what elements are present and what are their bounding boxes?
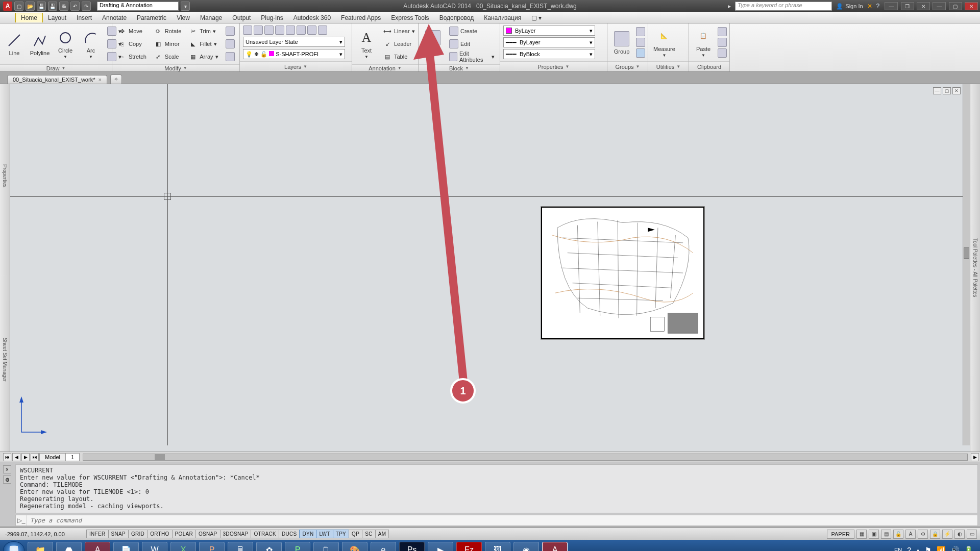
properties-palette-tab[interactable]: Properties — [0, 84, 10, 268]
toggle-am[interactable]: AM — [375, 530, 389, 538]
stretch-button[interactable]: ↔Stretch — [115, 51, 149, 62]
circle-button[interactable]: Circle▼ — [54, 28, 77, 60]
taskbar-filezilla[interactable]: Fz — [456, 542, 482, 551]
qat-dropdown-icon[interactable]: ▾ — [181, 2, 190, 11]
toggle-qp[interactable]: QP — [349, 530, 362, 538]
layer-freeze-icon[interactable] — [275, 26, 284, 35]
paper-space-canvas[interactable]: — ▢ ✕ — [10, 84, 970, 452]
layout-next-icon[interactable]: ▶ — [21, 453, 30, 461]
move-button[interactable]: ✥Move — [115, 26, 149, 37]
layout-prev-icon[interactable]: ◀ — [12, 453, 20, 461]
ribbon-collapse-button[interactable]: ▢ ▾ — [526, 13, 547, 22]
tab-home[interactable]: Home — [15, 13, 43, 22]
color-selector[interactable]: ByLayer▾ — [503, 26, 595, 36]
edit-attr-button[interactable]: Edit Attributes ▾ — [447, 51, 497, 62]
annotation-scale-icon[interactable]: 🔓 — [893, 530, 903, 539]
linetype-selector[interactable]: ━━━ByLayer▾ — [503, 37, 595, 47]
tab-parametric[interactable]: Parametric — [132, 13, 172, 22]
undo-icon[interactable]: ↶ — [70, 2, 80, 11]
tool-palettes-tab[interactable]: Tool Palettes - All Palettes — [970, 84, 980, 452]
layout-viewport[interactable] — [541, 207, 704, 339]
toggle-dyn[interactable]: DYN — [299, 530, 316, 538]
ungroup-icon[interactable] — [636, 27, 645, 36]
tab-view[interactable]: View — [172, 13, 195, 22]
taskbar-media[interactable]: ▶ — [428, 542, 453, 551]
layer-make-icon[interactable] — [307, 26, 316, 35]
toggle-3dosnap[interactable]: 3DOSNAP — [220, 530, 252, 538]
taskbar-word[interactable]: W — [142, 542, 167, 551]
layer-prop-icon[interactable] — [243, 26, 252, 35]
toggle-polar[interactable]: POLAR — [172, 530, 196, 538]
tab-kanalizaciya[interactable]: Канализация — [479, 13, 526, 22]
tray-volume-icon[interactable]: 🔊 — [950, 546, 959, 551]
redo-icon[interactable]: ↷ — [82, 2, 91, 11]
scale-button[interactable]: ⤢Scale — [152, 51, 183, 62]
copy-clip-icon[interactable] — [718, 38, 727, 47]
toggle-tpy[interactable]: TPY — [333, 530, 349, 538]
command-line[interactable]: ▷_ — [15, 515, 978, 526]
layer-states-icon[interactable] — [254, 26, 263, 35]
linear-dim-button[interactable]: ⟷Linear ▾ — [381, 26, 417, 37]
close-button[interactable]: ✕ — [965, 2, 978, 10]
plot-icon[interactable]: 🖶 — [59, 2, 68, 11]
tab-annotate[interactable]: Annotate — [97, 13, 132, 22]
exchange-icon[interactable]: ✕ — [867, 3, 872, 10]
tab-express-tools[interactable]: Express Tools — [386, 13, 434, 22]
group-button[interactable]: Group — [610, 29, 633, 56]
taskbar-calc[interactable]: 🖩 — [228, 542, 253, 551]
explode-button[interactable] — [224, 38, 237, 49]
match-prop-icon[interactable] — [718, 48, 727, 58]
help-search-input[interactable]: Type a keyword or phrase — [735, 2, 832, 11]
leader-button[interactable]: ↙Leader — [381, 38, 417, 49]
cut-icon[interactable] — [718, 27, 727, 36]
tab-insert[interactable]: Insert — [71, 13, 97, 22]
toggle-grid[interactable]: GRID — [128, 530, 148, 538]
toolbar-lock-icon[interactable]: 🔒 — [930, 530, 940, 539]
command-input[interactable] — [27, 517, 977, 524]
hardware-accel-icon[interactable]: ⚡ — [942, 530, 952, 539]
toggle-osnap[interactable]: OSNAP — [195, 530, 220, 538]
layer-lock-icon[interactable] — [297, 26, 306, 35]
tray-help-icon[interactable]: ? — [907, 546, 911, 551]
toggle-ducs[interactable]: DUCS — [279, 530, 300, 538]
tray-network-icon[interactable]: 📶 — [937, 546, 945, 551]
paste-button[interactable]: 📋Paste▼ — [692, 27, 715, 59]
tab-featured-apps[interactable]: Featured Apps — [336, 13, 386, 22]
vp-max-icon[interactable]: ▢ — [943, 87, 951, 94]
measure-button[interactable]: 📐Measure▼ — [651, 27, 677, 59]
layout-first-icon[interactable]: ⏮ — [3, 453, 11, 461]
tab-autodesk360[interactable]: Autodesk 360 — [288, 13, 336, 22]
text-button[interactable]: AText▼ — [355, 28, 378, 60]
group-edit-icon[interactable] — [636, 38, 645, 47]
layer-off-icon[interactable] — [286, 26, 295, 35]
layer-state-selector[interactable]: Unsaved Layer State▾ — [243, 37, 345, 47]
hscroll-right-icon[interactable]: ▶ — [971, 453, 979, 461]
vp-close-icon[interactable]: ✕ — [952, 87, 961, 94]
vertical-scrollbar[interactable] — [963, 84, 970, 445]
cmd-options-icon[interactable]: ⚙ — [3, 475, 11, 484]
grid-display-icon[interactable]: ▦ — [856, 530, 867, 539]
taskbar-chrome[interactable]: ◉ — [513, 542, 539, 551]
layer-iso-icon[interactable] — [264, 26, 274, 35]
maximize-button[interactable]: ▢ — [949, 2, 962, 10]
signin-button[interactable]: 👤Sign In — [836, 3, 863, 10]
mirror-button[interactable]: ◧Mirror — [152, 38, 183, 49]
close-tab-icon[interactable]: × — [98, 77, 101, 83]
cmd-close-icon[interactable]: × — [3, 465, 11, 473]
tray-battery-icon[interactable]: 🔋 — [964, 546, 973, 551]
taskbar-autocad-old[interactable]: A — [85, 542, 110, 551]
layout-last-icon[interactable]: ⏭ — [31, 453, 39, 461]
open-icon[interactable]: 📂 — [26, 2, 35, 11]
taskbar-ie[interactable]: e — [371, 542, 396, 551]
taskbar-paint[interactable]: 🎨 — [342, 542, 368, 551]
scrollbar-thumb[interactable] — [964, 247, 969, 259]
clean-screen-icon[interactable]: ▭ — [967, 530, 977, 539]
start-button[interactable] — [3, 541, 24, 551]
taskbar-app2[interactable]: ✿ — [256, 542, 282, 551]
tray-flag-icon[interactable]: ⚑ — [925, 546, 932, 551]
document-tab[interactable]: 00_Situacia_kanal_EXIST_work*× — [7, 75, 107, 84]
array-button[interactable]: ▦Array ▾ — [186, 51, 220, 62]
tab-vodoprovod[interactable]: Водопровод — [434, 13, 479, 22]
layout1-tab[interactable]: 1 — [65, 453, 80, 461]
quick-view-icon[interactable]: ▤ — [881, 530, 891, 539]
